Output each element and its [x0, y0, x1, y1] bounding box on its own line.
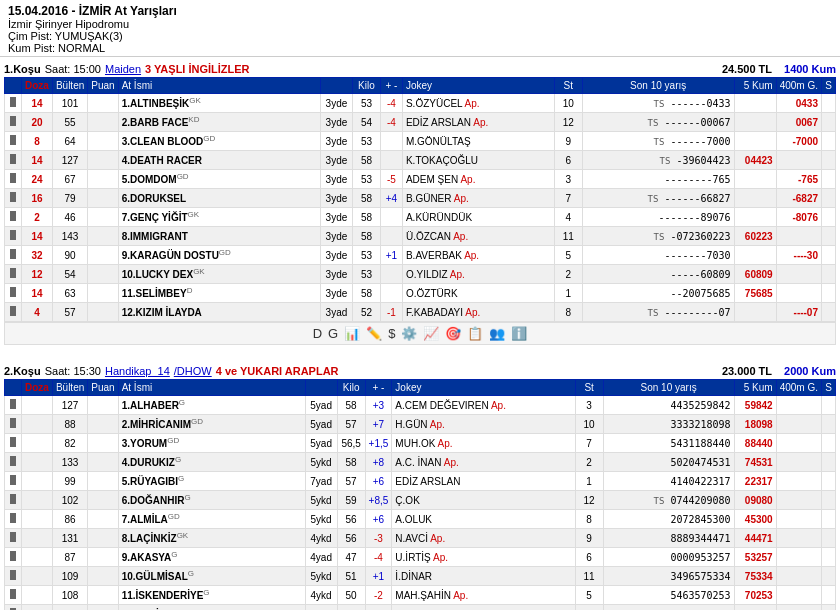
horse-kilo: 57 [337, 415, 365, 434]
horse-age: 5ykd [305, 510, 337, 529]
icon-users1[interactable]: 👥 [489, 326, 505, 341]
horse-doze [22, 396, 53, 415]
horse-pm: +8 [365, 453, 392, 472]
horse-son10: TS -39604423 [582, 151, 734, 170]
horse-gs [822, 94, 836, 113]
horse-gs [822, 510, 836, 529]
horse-gs [822, 303, 836, 322]
horse-5kum: 22317 [734, 472, 776, 491]
race1-footer: D G 📊 ✏️ $ ⚙️ 📈 🎯 📋 👥 ℹ️ [4, 322, 836, 345]
col-at1: At İsmi [118, 78, 320, 94]
horse-400mg [776, 227, 821, 246]
horse-puan [88, 170, 118, 189]
race2-type[interactable]: 4 ve YUKARI ARAPLAR [216, 365, 339, 377]
horse-jokey: H.GÜN Ap. [392, 415, 575, 434]
table-row: 7212.EZGİSULTAN5ykd50+3Y.AKTAŞ4073053355… [5, 605, 836, 611]
icon-dollar1[interactable]: $ [388, 326, 395, 341]
horse-bulten: 88 [52, 415, 87, 434]
horse-puan [88, 434, 118, 453]
horse-jokey: ADEM ŞEN Ap. [402, 170, 554, 189]
horse-puan [88, 132, 118, 151]
horse-gs [822, 189, 836, 208]
horse-bulten: 82 [52, 434, 87, 453]
bar-cell [5, 491, 22, 510]
horse-st: 10 [554, 94, 582, 113]
table-row: 141438.IMMIGRANT3yde58Ü.ÖZCAN Ap.11TS -0… [5, 227, 836, 246]
horse-gs [822, 170, 836, 189]
horse-pm [380, 284, 402, 303]
horse-puan [88, 567, 118, 586]
horse-gs [822, 265, 836, 284]
col-jokey2: Jokey [392, 380, 575, 396]
race2-dhow-link[interactable]: /DHOW [174, 365, 212, 377]
horse-name: 6.DOĞANHIRG [118, 491, 305, 510]
svg-rect-0 [10, 97, 16, 107]
horse-jokey: M.GÖNÜLTAŞ [402, 132, 554, 151]
horse-doze: 2 [22, 208, 53, 227]
bar-cell [5, 472, 22, 491]
horse-pm: +4 [380, 189, 402, 208]
horse-st: 3 [575, 396, 603, 415]
horse-age: 3yde [320, 151, 352, 170]
horse-puan [88, 396, 118, 415]
horse-name: 2.MİHRİCANIMGD [118, 415, 305, 434]
horse-jokey: Ü.ÖZCAN Ap. [402, 227, 554, 246]
race1-maiden-link[interactable]: Maiden [105, 63, 141, 75]
horse-puan [88, 113, 118, 132]
icon-g1[interactable]: G [328, 326, 338, 341]
horse-400mg: ----30 [776, 246, 821, 265]
horse-puan [88, 265, 118, 284]
svg-rect-3 [10, 154, 16, 164]
horse-doze: 4 [22, 303, 53, 322]
race2-handicap-link[interactable]: Handikap_14 [105, 365, 170, 377]
table-row: 32909.KARAGÜN DOSTUGD3yde53+1B.AVERBAK A… [5, 246, 836, 265]
race1-type[interactable]: 3 YAŞLI İNGİLİZLER [145, 63, 250, 75]
page-header: 15.04.2016 - İZMİR At Yarışları İzmir Şi… [0, 0, 840, 57]
icon-trend1[interactable]: 📈 [423, 326, 439, 341]
horse-gs [822, 434, 836, 453]
horse-gs [822, 605, 836, 611]
race1-time: Saat: 15:00 [45, 63, 101, 75]
horse-doze [22, 567, 53, 586]
horse-kilo: 56,5 [337, 434, 365, 453]
horse-5kum: 75334 [734, 567, 776, 586]
col-5kum2: 5 Kum [734, 380, 776, 396]
bar-cell [5, 94, 22, 113]
table-row: 1334.DURUKIZG5ykd58+8A.C. İNAN Ap.250204… [5, 453, 836, 472]
icon-info1[interactable]: ℹ️ [511, 326, 527, 341]
icon-gear1[interactable]: ⚙️ [401, 326, 417, 341]
bar-cell [5, 227, 22, 246]
horse-pm [380, 208, 402, 227]
horse-st: 9 [554, 132, 582, 151]
icon-table1[interactable]: 📋 [467, 326, 483, 341]
horse-kilo: 53 [352, 246, 380, 265]
horse-st: 6 [554, 151, 582, 170]
horse-son10: 4140422317 [603, 472, 734, 491]
horse-age: 5ykd [305, 567, 337, 586]
icon-d1[interactable]: D [313, 326, 322, 341]
horse-age: 5ykd [305, 491, 337, 510]
horse-name: 9.KARAGÜN DOSTUGD [118, 246, 320, 265]
horse-pm: +1 [380, 246, 402, 265]
horse-400mg [776, 605, 821, 611]
horse-st: 1 [575, 472, 603, 491]
race1-distance: 1400 Kum [784, 63, 836, 75]
horse-puan [88, 586, 118, 605]
horse-age: 3yad [320, 303, 352, 322]
horse-son10: 2072845300 [603, 510, 734, 529]
icon-chart1[interactable]: 📊 [344, 326, 360, 341]
horse-gs [822, 453, 836, 472]
bar-cell [5, 113, 22, 132]
horse-age: 3yde [320, 189, 352, 208]
svg-rect-6 [10, 211, 16, 221]
race1-prize: 24.500 TL [722, 63, 772, 75]
horse-age: 3yde [320, 113, 352, 132]
horse-5kum: 44471 [734, 529, 776, 548]
horse-age: 4ykd [305, 529, 337, 548]
horse-jokey: K.TOKAÇOĞLU [402, 151, 554, 170]
horse-name: 6.DORUKSEL [118, 189, 320, 208]
icon-target1[interactable]: 🎯 [445, 326, 461, 341]
horse-bulten: 133 [52, 453, 87, 472]
horse-kilo: 53 [352, 265, 380, 284]
icon-edit1[interactable]: ✏️ [366, 326, 382, 341]
